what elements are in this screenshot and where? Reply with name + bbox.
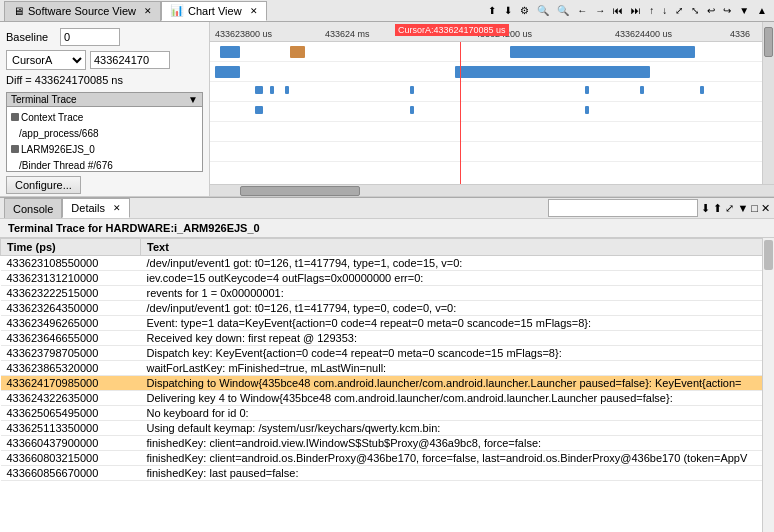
terminal-scrollbar-v[interactable] — [762, 238, 774, 532]
control-panel: Baseline CursorA Diff = 433624170085 ns … — [0, 22, 210, 196]
trace-item-binder-label: /Binder Thread #/676 — [19, 160, 113, 171]
tab-details[interactable]: Details ✕ — [62, 198, 130, 218]
table-cell-time: 433623264350000 — [1, 301, 141, 316]
chart-scrollbar-h[interactable] — [210, 184, 774, 196]
table-cell-time: 433623798705000 — [1, 346, 141, 361]
close-icon[interactable]: ✕ — [761, 202, 770, 215]
table-cell-time: 433623646655000 — [1, 331, 141, 346]
bottom-tab-bar: Console Details ✕ ⬇ ⬆ ⤢ ▼ □ ✕ — [0, 197, 774, 219]
toolbar-btn-down2[interactable]: ↓ — [659, 4, 670, 17]
toolbar-btn-maximize[interactable]: ▲ — [754, 4, 770, 17]
table-container: Time (ps) Text 433623108550000/dev/input… — [0, 238, 774, 532]
terminal-search[interactable] — [548, 199, 698, 217]
trace-table-body: 433623108550000/dev/input/event1 got: t0… — [1, 256, 774, 481]
tab-details-close[interactable]: ✕ — [113, 203, 121, 213]
toolbar-btn-settings[interactable]: ⚙ — [517, 4, 532, 17]
external-link-icon[interactable]: ⤢ — [725, 202, 734, 215]
table-cell-text: Dispatch key: KeyEvent{action=0 code=4 r… — [141, 346, 774, 361]
software-source-icon: 🖥 — [13, 5, 24, 17]
trace-item-app-label: /app_process/668 — [19, 128, 99, 139]
table-cell-time: 433623108550000 — [1, 256, 141, 271]
table-row: 433623222515000revents for 1 = 0x0000000… — [1, 286, 774, 301]
scrollbar-thumb-v[interactable] — [764, 27, 773, 57]
toolbar-btn-sync[interactable]: ⬆ — [485, 4, 499, 17]
tab-chart-view-close[interactable]: ✕ — [250, 6, 258, 16]
nav-next-icon[interactable]: ⬆ — [713, 202, 722, 215]
table-header-row: Time (ps) Text — [1, 239, 774, 256]
track-bar — [410, 106, 414, 114]
trace-item-1: LARM926EJS_0 — [7, 141, 202, 157]
scrollbar-thumb-h[interactable] — [240, 186, 360, 196]
diff-label: Diff = 433624170085 ns — [6, 74, 123, 86]
table-cell-text: Received key down: first repeat @ 129353… — [141, 331, 774, 346]
toolbar-btn-zoom-out[interactable]: 🔍 — [554, 4, 572, 17]
track-bar — [290, 46, 305, 58]
tab-chart-view[interactable]: 📊 Chart View ✕ — [161, 1, 267, 21]
trace-items-list: Context Trace /app_process/668 LARM926EJ… — [7, 107, 202, 172]
cursor-select[interactable]: CursorA — [6, 50, 86, 70]
minimize-icon[interactable]: ▼ — [737, 202, 748, 214]
col-header-time: Time (ps) — [1, 239, 141, 256]
toolbar-btn-end[interactable]: ⏭ — [628, 4, 644, 17]
toolbar-btn-start[interactable]: ⏮ — [610, 4, 626, 17]
trace-item-0: Context Trace — [7, 109, 202, 125]
maximize-icon[interactable]: □ — [751, 202, 758, 214]
toolbar-btn-prev[interactable]: ← — [574, 4, 590, 17]
ruler-mark-3: 433624400 us — [615, 29, 672, 39]
chart-track-2 — [210, 82, 774, 102]
chart-scrollbar-v[interactable] — [762, 22, 774, 184]
tab-console[interactable]: Console — [4, 198, 62, 218]
configure-button[interactable]: Configure... — [6, 176, 81, 194]
track-bar — [700, 86, 704, 94]
table-row: 433623798705000Dispatch key: KeyEvent{ac… — [1, 346, 774, 361]
tab-console-label: Console — [13, 203, 53, 215]
toolbar-btn-collapse[interactable]: ⤡ — [688, 4, 702, 17]
chart-track-1 — [210, 62, 774, 82]
table-cell-text: waitForLastKey: mFinished=true, mLastWin… — [141, 361, 774, 376]
track-bar — [585, 106, 589, 114]
terminal-scrollbar-thumb[interactable] — [764, 240, 773, 270]
chart-track-5 — [210, 142, 774, 162]
table-cell-text: No keyboard for id 0: — [141, 406, 774, 421]
chart-tracks[interactable] — [210, 42, 774, 196]
tab-software-source[interactable]: 🖥 Software Source View ✕ — [4, 1, 161, 21]
terminal-header-text: Terminal Trace for HARDWARE:i_ARM926EJS_… — [8, 222, 260, 234]
trace-container-header: Terminal Trace ▼ — [7, 93, 202, 107]
nav-prev-icon[interactable]: ⬇ — [701, 202, 710, 215]
trace-header-collapse[interactable]: ▼ — [188, 94, 198, 105]
table-cell-text: finishedKey: last paused=false: — [141, 466, 774, 481]
toolbar-btn-minimize[interactable]: ▼ — [736, 4, 752, 17]
cursor-label: CursorA:433624170085 us — [395, 24, 509, 36]
toolbar-btn-redo[interactable]: ↪ — [720, 4, 734, 17]
cursor-value-input[interactable] — [90, 51, 170, 69]
track-bar — [510, 46, 695, 58]
table-row: 433623496265000Event: type=1 data=KeyEve… — [1, 316, 774, 331]
table-row: 433660803215000finishedKey: client=andro… — [1, 451, 774, 466]
ruler-mark-1: 433624 ms — [325, 29, 370, 39]
table-cell-text: finishedKey: client=android.os.BinderPro… — [141, 451, 774, 466]
table-cell-time: 433623865320000 — [1, 361, 141, 376]
toolbar-btn-up2[interactable]: ↑ — [646, 4, 657, 17]
tab-software-source-close[interactable]: ✕ — [144, 6, 152, 16]
table-cell-text: /dev/input/event1 got: t0=126, t1=417794… — [141, 256, 774, 271]
diff-row: Diff = 433624170085 ns — [6, 74, 203, 86]
toolbar-btn-zoom-in[interactable]: 🔍 — [534, 4, 552, 17]
baseline-label: Baseline — [6, 31, 56, 43]
toolbar-btn-expand[interactable]: ⤢ — [672, 4, 686, 17]
table-cell-time: 433623496265000 — [1, 316, 141, 331]
toolbar-btn-undo[interactable]: ↩ — [704, 4, 718, 17]
table-cell-text: Delivering key 4 to Window{435bce48 com.… — [141, 391, 774, 406]
baseline-input[interactable] — [60, 28, 120, 46]
table-row: 433625065495000No keyboard for id 0: — [1, 406, 774, 421]
table-row: 433625113350000Using default keymap: /sy… — [1, 421, 774, 436]
chart-track-0 — [210, 42, 774, 62]
trace-item-icon-1 — [11, 145, 19, 153]
tab-chart-view-label: Chart View — [188, 5, 242, 17]
chart-track-3 — [210, 102, 774, 122]
toolbar-btn-down[interactable]: ⬇ — [501, 4, 515, 17]
chart-view-icon: 📊 — [170, 4, 184, 17]
toolbar-btn-next[interactable]: → — [592, 4, 608, 17]
terminal-header: Terminal Trace for HARDWARE:i_ARM926EJS_… — [0, 219, 774, 238]
table-cell-text: /dev/input/event1 got: t0=126, t1=417794… — [141, 301, 774, 316]
ruler-mark-0: 433623800 us — [215, 29, 272, 39]
